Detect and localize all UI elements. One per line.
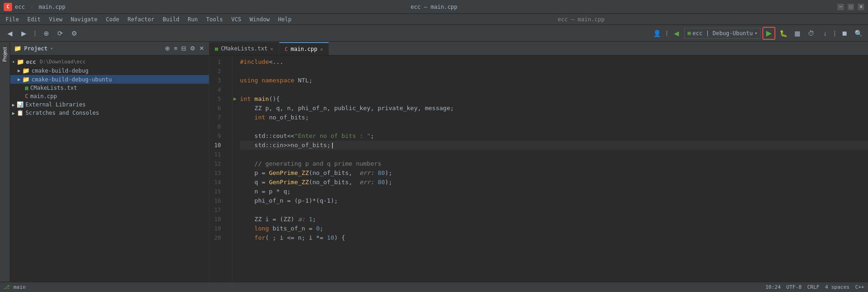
sync-button[interactable]: ⟳ xyxy=(54,27,66,39)
navigate-prev-button[interactable]: ◀ xyxy=(670,27,682,39)
code-line-20: for( ; i <= n; i *= 10) { xyxy=(240,233,868,242)
tree-item-external-libraries[interactable]: ▶ 📊 External Libraries xyxy=(10,100,209,109)
run-config-button[interactable]: ⏹ xyxy=(838,27,850,39)
build-config-label: ecc | Debug-Ubuntu xyxy=(692,30,753,37)
code-editor[interactable]: 1 2 3 4 5 6 7 8 9 10 11 12 13 14 15 16 1… xyxy=(209,56,868,282)
toolbar-right: 👤 | ◀ ▦ ecc | Debug-Ubuntu ▾ ▶ 🐛 ▦ ⏱ ↓ |… xyxy=(651,27,864,40)
menu-view[interactable]: View xyxy=(45,15,66,24)
tree-item-cmakelists[interactable]: ▦ CMakeLists.txt xyxy=(10,84,209,92)
cmake-ubuntu-label: cmake-build-debug-ubuntu xyxy=(31,76,112,83)
root-path: D:\Download\ecc xyxy=(40,59,86,65)
menu-tools[interactable]: Tools xyxy=(202,15,226,24)
code-line-3: using namespace NTL; xyxy=(240,76,868,85)
git-branch: main xyxy=(13,284,26,290)
tree-root[interactable]: ▾ 📁 ecc D:\Download\ecc xyxy=(10,57,209,66)
side-panel-tabs: Project xyxy=(0,42,10,292)
panel-dropdown-icon: ▾ xyxy=(50,46,53,51)
folder-icon: 📁 xyxy=(14,45,21,52)
code-line-13: p = GenPrime_ZZ(no_of_bits, err: 80); xyxy=(240,168,868,178)
ln-17: 17 xyxy=(209,205,226,215)
config-dropdown-icon: ▾ xyxy=(755,31,757,36)
ln-14: 14 xyxy=(209,178,226,187)
tab-cpp-close[interactable]: ✕ xyxy=(320,47,323,52)
menu-help[interactable]: Help xyxy=(274,15,295,24)
menu-code[interactable]: Code xyxy=(102,15,123,24)
group-button[interactable]: ⊟ xyxy=(180,44,187,53)
cmakelists-label: CMakeLists.txt xyxy=(30,85,77,91)
ln-18: 18 xyxy=(209,215,226,224)
ext-lib-label: External Libraries xyxy=(25,101,86,108)
cpp-file-icon: C xyxy=(25,93,28,99)
menu-run[interactable]: Run xyxy=(184,15,201,24)
tree-item-cmake-build-debug[interactable]: ▶ 📁 cmake-build-debug xyxy=(10,66,209,75)
tab-maincpp[interactable]: C main.cpp ✕ xyxy=(279,42,329,55)
back-button[interactable]: ◀ xyxy=(4,27,16,39)
code-line-11 xyxy=(240,150,868,159)
coverage-button[interactable]: ▦ xyxy=(791,27,803,39)
ln-15: 15 xyxy=(209,187,226,196)
app-logo: C xyxy=(4,3,12,11)
root-label: ecc xyxy=(26,59,36,65)
menu-edit[interactable]: Edit xyxy=(24,15,44,24)
close-panel-button[interactable]: ✕ xyxy=(198,44,205,53)
locate-file-button[interactable]: ⊕ xyxy=(164,44,171,53)
toolbar-sep-3: | xyxy=(833,30,837,37)
profile-button[interactable]: 👤 xyxy=(651,27,663,39)
panel-settings-button[interactable]: ⚙ xyxy=(189,44,196,53)
tree-item-maincpp[interactable]: C main.cpp xyxy=(10,92,209,100)
expand-all-button[interactable]: ⊕ xyxy=(40,27,52,39)
ln-8: 8 xyxy=(209,122,226,131)
encoding-indicator: UTF-8 xyxy=(786,284,802,290)
forward-button[interactable]: ▶ xyxy=(18,27,30,39)
collapse-all-button[interactable]: ≡ xyxy=(173,44,178,53)
build-config-selector[interactable]: ▦ ecc | Debug-Ubuntu ▾ xyxy=(684,28,761,39)
menu-refactor[interactable]: Refactor xyxy=(124,15,158,24)
menu-navigate[interactable]: Navigate xyxy=(67,15,101,24)
side-tab-project[interactable]: Project xyxy=(1,43,8,65)
maximize-button[interactable]: □ xyxy=(848,4,854,10)
ln-2: 2 xyxy=(209,67,226,76)
center-title: ecc – main.cpp xyxy=(558,16,604,23)
cmake-ubuntu-folder-icon: 📁 xyxy=(22,76,30,83)
tab-cmake-close[interactable]: ✕ xyxy=(270,46,273,51)
cmake-file-icon: ▦ xyxy=(25,85,28,91)
scratches-arrow-icon: ▶ xyxy=(12,111,15,116)
line-sep-indicator: CRLF xyxy=(807,284,820,290)
code-line-5: ▶ int main(){ xyxy=(240,94,868,104)
run-arrow-icon: ▶ xyxy=(233,94,237,104)
editor-area: ▦ CMakeLists.txt ✕ C main.cpp ✕ 1 2 3 4 … xyxy=(209,42,868,292)
menu-build[interactable]: Build xyxy=(159,15,183,24)
close-button[interactable]: ✕ xyxy=(858,4,864,10)
toolbar-sep-2: | xyxy=(665,30,669,37)
gear-button[interactable]: ⚙ xyxy=(68,27,80,39)
code-content[interactable]: #include<... using namespace NTL; ▶ int … xyxy=(233,56,868,282)
tree-item-scratches[interactable]: ▶ 📋 Scratches and Consoles xyxy=(10,109,209,117)
root-arrow-icon: ▾ xyxy=(12,59,15,64)
code-line-8 xyxy=(240,122,868,131)
ln-16: 16 xyxy=(209,196,226,205)
cmake-ubuntu-arrow: ▶ xyxy=(18,77,20,82)
tree-item-cmake-build-debug-ubuntu[interactable]: ▶ 📁 cmake-build-debug-ubuntu xyxy=(10,75,209,84)
profile-run-button[interactable]: ⏱ xyxy=(805,27,817,39)
code-line-2 xyxy=(240,67,868,76)
minimize-button[interactable]: ─ xyxy=(837,4,844,10)
menu-vcs[interactable]: VCS xyxy=(227,15,245,24)
search-everywhere-button[interactable]: 🔍 xyxy=(852,27,864,39)
run-button[interactable]: ▶ xyxy=(762,27,775,40)
debug-button[interactable]: 🐛 xyxy=(777,27,789,39)
ln-9: 9 xyxy=(209,131,226,141)
code-line-17 xyxy=(240,205,868,215)
ln-6: 6 xyxy=(209,104,226,113)
code-line-16: phi_of_n = (p-1)*(q-1); xyxy=(240,196,868,205)
ln-5: 5 xyxy=(209,94,226,104)
line-col-indicator: 10:24 xyxy=(765,284,780,290)
tab-cmakelists[interactable]: ▦ CMakeLists.txt ✕ xyxy=(209,42,279,55)
code-line-7: int no_of_bits; xyxy=(240,113,868,122)
code-line-12: // generating p and q prime numbers xyxy=(240,159,868,168)
menu-window[interactable]: Window xyxy=(246,15,273,24)
menu-bar: File Edit View Navigate Code Refactor Bu… xyxy=(0,14,868,25)
attach-button[interactable]: ↓ xyxy=(819,27,831,39)
menu-file[interactable]: File xyxy=(2,15,23,24)
code-line-4 xyxy=(240,85,868,94)
cmake-debug-arrow: ▶ xyxy=(18,68,20,73)
